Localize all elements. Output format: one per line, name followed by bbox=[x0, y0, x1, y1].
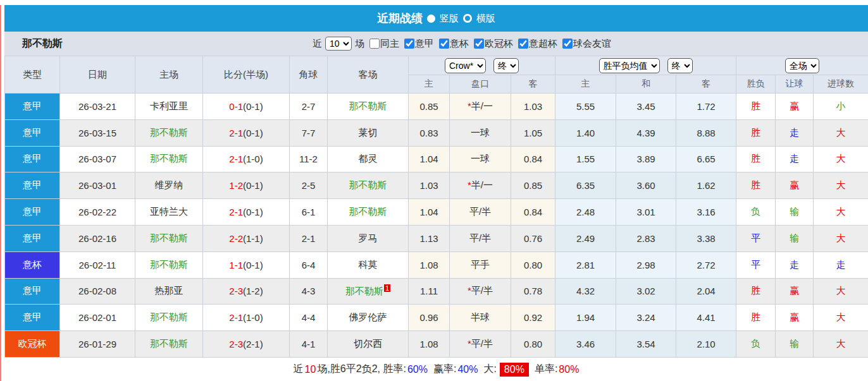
avg-win: 1.55 bbox=[555, 146, 616, 172]
home-team: 维罗纳 bbox=[135, 172, 203, 199]
match-row: 意甲26-03-15那不勒斯2-1(0-1)7-7莱切0.83一球1.051.4… bbox=[5, 119, 868, 146]
handicap-result: 走 bbox=[776, 251, 814, 278]
away-team: 那不勒斯1 bbox=[328, 278, 409, 305]
subheader-result: 胜负 bbox=[736, 75, 776, 94]
handicap-result: 赢 bbox=[776, 278, 814, 305]
home-team: 亚特兰大 bbox=[135, 199, 203, 226]
col-header-away: 客场 bbox=[328, 56, 409, 94]
home-odds: 1.11 bbox=[409, 278, 450, 305]
subheader-handicap-result: 让球 bbox=[776, 75, 814, 94]
match-row: 欧冠杯26-01-29那不勒斯2-3(2-1)4-1切尔西1.08*平/半0.8… bbox=[5, 331, 868, 358]
avg-win: 1.40 bbox=[555, 119, 616, 146]
home-team: 那不勒斯 bbox=[135, 119, 203, 146]
avg-lose: 4.41 bbox=[676, 305, 736, 331]
home-team: 那不勒斯 bbox=[135, 225, 203, 251]
handicap-result: 输 bbox=[776, 199, 814, 226]
avg-draw: 3.60 bbox=[616, 172, 676, 199]
handicap: 平/半 bbox=[450, 199, 511, 226]
horizontal-layout-label[interactable]: 横版 bbox=[476, 13, 495, 25]
vertical-layout-label[interactable]: 竖版 bbox=[440, 13, 459, 25]
scope-select[interactable]: 全场 bbox=[785, 58, 819, 73]
result: 平 bbox=[736, 251, 776, 278]
handicap: 平/半 bbox=[450, 225, 511, 251]
match-date: 26-03-21 bbox=[60, 94, 135, 120]
league-badge: 意甲 bbox=[5, 225, 60, 251]
filter-bar: 那不勒斯 近 10 场 同主 意甲 意杯 欧冠杯 意超杯 球会友谊 bbox=[4, 32, 868, 56]
recent-results-panel: 近期战绩 竖版 横版 那不勒斯 近 10 场 同主 意甲 意杯 欧冠杯 bbox=[0, 0, 868, 381]
avg-draw: 3.24 bbox=[616, 305, 676, 331]
odds-source-select[interactable]: Crow* bbox=[445, 58, 486, 73]
match-row: 意甲26-03-01维罗纳1-2(0-1)2-5那不勒斯1.03*半/一0.85… bbox=[5, 172, 868, 199]
score: 2-1(1-0) bbox=[203, 146, 290, 172]
avg-lose: 8.88 bbox=[676, 119, 736, 146]
same-home-checkbox[interactable] bbox=[369, 39, 380, 49]
match-table-body: 意甲26-03-21卡利亚里0-1(0-1)2-7那不勒斯0.85*半/一1.0… bbox=[5, 94, 868, 358]
league-badge: 意甲 bbox=[5, 305, 60, 331]
topbar: 近期战绩 竖版 横版 bbox=[4, 5, 868, 32]
away-team: 切尔西 bbox=[328, 331, 409, 358]
vertical-layout-radio[interactable] bbox=[427, 15, 435, 23]
league-label-friendly: 球会友谊 bbox=[573, 38, 611, 50]
away-team: 都灵 bbox=[328, 146, 409, 172]
odds-time-select[interactable]: 终 bbox=[493, 58, 519, 73]
col-header-score: 比分(半场) bbox=[203, 56, 290, 94]
avg-source-select[interactable]: 胜平负均值 bbox=[599, 58, 660, 73]
avg-time-select[interactable]: 终 bbox=[667, 58, 693, 73]
recent-count-select[interactable]: 10 bbox=[325, 37, 352, 51]
match-date: 26-02-08 bbox=[60, 278, 135, 305]
summary-single-rate-label: 单率: bbox=[535, 363, 557, 376]
avg-lose: 2.72 bbox=[676, 251, 736, 278]
avg-lose: 1.72 bbox=[676, 94, 736, 120]
match-row: 意甲26-03-21卡利亚里0-1(0-1)2-7那不勒斯0.85*半/一1.0… bbox=[5, 94, 868, 120]
league-checkbox-friendly[interactable] bbox=[562, 39, 573, 49]
summary-line: 近 10 场,胜6平2负2, 胜率: 60% 赢率: 40% 大: 80% 单率… bbox=[4, 358, 868, 381]
result: 负 bbox=[736, 199, 776, 226]
score: 2-2(1-1) bbox=[203, 225, 290, 251]
avg-draw: 2.98 bbox=[616, 251, 676, 278]
odds-group-header: Crow* 终 bbox=[409, 56, 555, 75]
match-table: 类型 日期 主场 比分(半场) 角球 客场 Crow* 终 bbox=[4, 56, 868, 358]
summary-big-rate-badge: 80% bbox=[500, 363, 529, 377]
match-date: 26-03-01 bbox=[60, 172, 135, 199]
league-label-serie-a: 意甲 bbox=[415, 38, 434, 50]
away-team: 佛罗伦萨 bbox=[328, 305, 409, 331]
handicap-result: 赢 bbox=[776, 305, 814, 331]
goals-result: 大 bbox=[814, 146, 868, 172]
avg-group-header: 胜平负均值 终 bbox=[555, 56, 736, 75]
result: 胜 bbox=[736, 278, 776, 305]
horizontal-layout-radio[interactable] bbox=[463, 14, 472, 23]
match-row: 意甲26-02-22亚特兰大2-1(0-1)6-1那不勒斯1.04平/半0.84… bbox=[5, 199, 868, 226]
league-checkbox-supercup[interactable] bbox=[518, 39, 528, 49]
handicap: *半/一 bbox=[450, 94, 511, 120]
league-badge: 意甲 bbox=[5, 172, 60, 199]
match-date: 26-03-07 bbox=[60, 146, 135, 172]
subheader-avg-draw: 和 bbox=[616, 75, 676, 94]
page-title: 近期战绩 bbox=[377, 11, 423, 26]
league-badge: 意甲 bbox=[5, 94, 60, 120]
match-date: 26-02-22 bbox=[60, 199, 135, 226]
summary-recent-count: 10 bbox=[305, 364, 316, 375]
away-odds: 0.85 bbox=[511, 172, 555, 199]
summary-recent-label: 近 bbox=[294, 363, 304, 376]
match-row: 意甲26-02-08热那亚2-3(1-2)4-3那不勒斯11.11*平/半0.7… bbox=[5, 278, 868, 305]
handicap: 一球 bbox=[450, 119, 511, 146]
summary-handicap-rate: 40% bbox=[457, 364, 478, 375]
summary-big-label: 大: bbox=[483, 363, 496, 376]
goals-result: 大 bbox=[814, 278, 868, 305]
avg-draw: 2.83 bbox=[616, 225, 676, 251]
avg-draw: 3.02 bbox=[616, 278, 676, 305]
away-odds: 0.80 bbox=[511, 331, 555, 358]
subheader-goals: 进球数 bbox=[814, 75, 868, 94]
league-checkbox-champions[interactable] bbox=[474, 39, 484, 49]
score: 1-1(0-1) bbox=[203, 251, 290, 278]
home-odds: 1.03 bbox=[409, 172, 450, 199]
league-checkbox-coppa-italia[interactable] bbox=[439, 39, 449, 49]
subheader-avg-win: 主 bbox=[555, 75, 616, 94]
league-checkbox-serie-a[interactable] bbox=[404, 39, 414, 49]
home-team: 热那亚 bbox=[135, 278, 203, 305]
league-label-coppa-italia: 意杯 bbox=[450, 38, 469, 50]
handicap-result: 走 bbox=[776, 146, 814, 172]
match-date: 26-01-29 bbox=[60, 331, 135, 358]
corners: 4-1 bbox=[290, 331, 328, 358]
match-row: 意甲26-03-07那不勒斯2-1(1-0)11-2都灵1.04一球0.841.… bbox=[5, 146, 868, 172]
